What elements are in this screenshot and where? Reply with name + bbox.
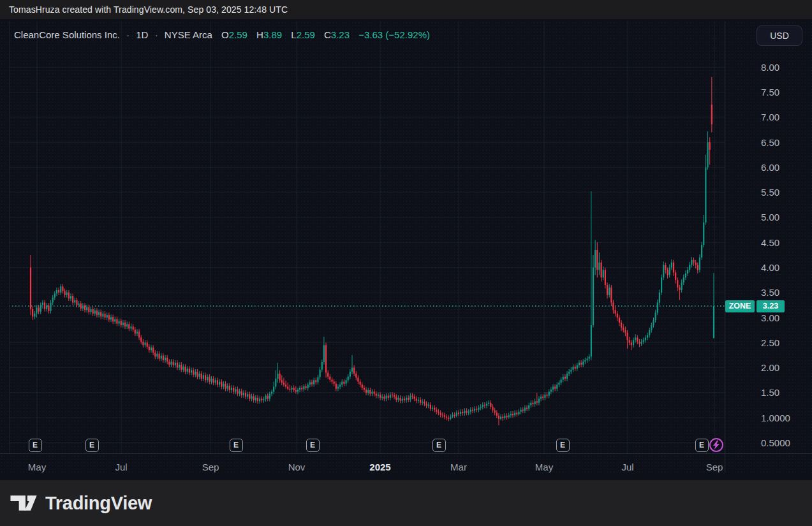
flash-event-icon[interactable] [709, 438, 723, 452]
price-line-value-chip[interactable]: 3.23 [757, 300, 785, 312]
price-line-zone-tag[interactable]: ZONE [725, 300, 755, 312]
attribution-text: TomasHruza created with TradingView.com,… [9, 4, 288, 15]
price-axis-label: 2.00 [761, 362, 779, 373]
price-axis-label: 4.50 [761, 237, 779, 248]
time-axis-label: Nov [288, 462, 306, 472]
low-label: L2.59 [291, 29, 315, 40]
footer-bar: TradingView [0, 480, 812, 526]
time-axis-separator [0, 453, 812, 454]
price-axis-label: 7.50 [761, 87, 779, 98]
close-value: 3.23 [331, 29, 350, 40]
price-axis-label: 5.50 [761, 187, 779, 198]
earnings-marker[interactable]: E [85, 439, 99, 452]
earnings-marker[interactable]: E [695, 439, 709, 452]
price-axis-label: 1.50 [761, 387, 779, 398]
currency-button[interactable]: USD [757, 26, 802, 46]
price-axis-label: 1.0000 [761, 413, 790, 423]
price-axis-label: 3.00 [761, 312, 779, 323]
open-label: O2.59 [221, 29, 247, 40]
interval-label[interactable]: 1D [136, 29, 148, 40]
earnings-marker[interactable]: E [432, 439, 446, 452]
time-axis-label: Jul [621, 462, 633, 472]
earnings-marker[interactable]: E [230, 439, 243, 452]
price-axis-label: 2.50 [761, 337, 779, 348]
high-value: 3.89 [263, 29, 282, 40]
attribution-bar: TomasHruza created with TradingView.com,… [0, 0, 812, 19]
earnings-marker[interactable]: E [29, 439, 42, 452]
earnings-marker[interactable]: E [306, 439, 320, 452]
time-axis-label: 2025 [369, 462, 390, 472]
price-axis-label: 6.00 [761, 162, 779, 173]
price-axis-separator [725, 21, 725, 472]
time-axis-label: Sep [706, 462, 723, 472]
price-axis-label: 0.5000 [761, 437, 790, 448]
time-axis-label: May [28, 462, 46, 472]
price-chart-canvas[interactable] [0, 19, 812, 480]
price-axis-label: 8.00 [761, 62, 779, 73]
tradingview-logo-icon[interactable] [10, 492, 38, 514]
symbol-legend: CleanCore Solutions Inc. · 1D · NYSE Arc… [14, 29, 430, 40]
earnings-marker[interactable]: E [556, 439, 570, 452]
exchange-label: NYSE Arca [165, 29, 212, 40]
price-axis-label: 5.00 [761, 212, 779, 223]
open-value: 2.59 [229, 29, 247, 40]
close-label: C3.23 [324, 29, 350, 40]
time-axis-label: Mar [450, 462, 467, 472]
price-axis-label: 4.00 [761, 262, 779, 273]
lightning-bolt-icon [712, 441, 720, 449]
symbol-title[interactable]: CleanCore Solutions Inc. [14, 29, 120, 40]
legend-separator: · [155, 29, 158, 40]
price-axis-label: 3.50 [761, 287, 779, 298]
legend-separator: · [126, 29, 129, 40]
pane-left-border [9, 21, 10, 453]
time-axis-label: May [535, 462, 553, 472]
price-axis-label: 6.50 [761, 137, 779, 148]
time-axis-label: Jul [115, 462, 127, 472]
high-label: H3.89 [256, 29, 282, 40]
low-value: 2.59 [297, 29, 315, 40]
price-axis-label: 7.00 [761, 112, 779, 122]
time-axis-label: Sep [202, 462, 219, 472]
chart-widget: CleanCore Solutions Inc. · 1D · NYSE Arc… [0, 19, 812, 480]
tradingview-brand-text[interactable]: TradingView [45, 493, 152, 514]
change-value: −3.63 (−52.92%) [358, 29, 430, 40]
